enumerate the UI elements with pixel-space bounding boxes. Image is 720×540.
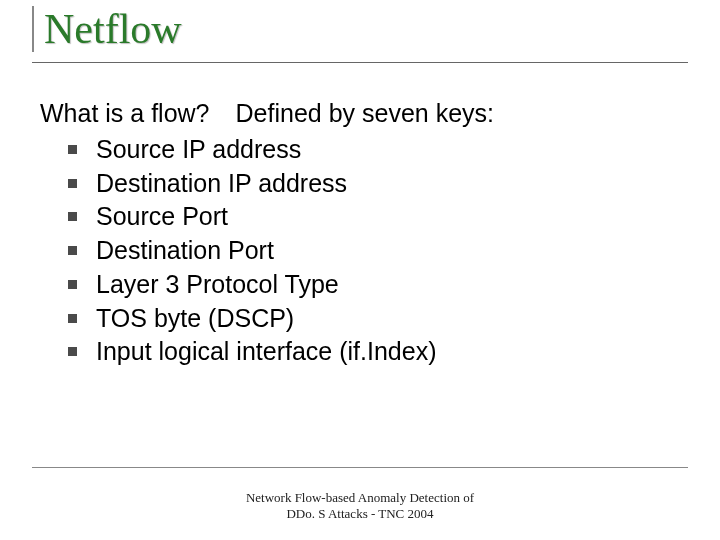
list-item: Destination IP address	[68, 167, 688, 201]
intro-line: What is a flow?Defined by seven keys:	[40, 97, 688, 131]
slide: Netflow What is a flow?Defined by seven …	[0, 0, 720, 540]
intro-definition: Defined by seven keys:	[236, 99, 494, 127]
slide-content: What is a flow?Defined by seven keys: So…	[32, 63, 688, 369]
footer-line-2: DDo. S Attacks - TNC 2004	[0, 506, 720, 522]
list-item: Source Port	[68, 200, 688, 234]
slide-title: Netflow	[32, 6, 688, 52]
keys-list: Source IP address Destination IP address…	[40, 133, 688, 369]
list-item: TOS byte (DSCP)	[68, 302, 688, 336]
title-area: Netflow	[32, 0, 688, 63]
list-item: Layer 3 Protocol Type	[68, 268, 688, 302]
footer-rule	[32, 467, 688, 468]
footer-line-1: Network Flow-based Anomaly Detection of	[0, 490, 720, 506]
list-item: Input logical interface (if.Index)	[68, 335, 688, 369]
list-item: Source IP address	[68, 133, 688, 167]
list-item: Destination Port	[68, 234, 688, 268]
slide-footer: Network Flow-based Anomaly Detection of …	[0, 490, 720, 523]
intro-question: What is a flow?	[40, 99, 210, 127]
